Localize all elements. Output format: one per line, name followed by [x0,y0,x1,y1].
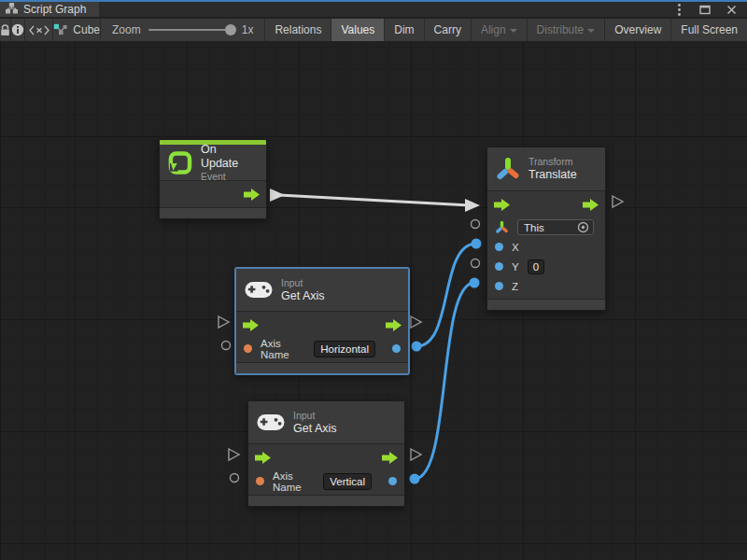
title-bar: Script Graph [0,0,747,17]
flow-input-port[interactable] [243,319,259,331]
transform-icon [496,157,520,181]
transform-port-icon[interactable] [495,220,509,234]
gamepad-icon [257,413,285,431]
graph-toolbar: Cube Zoom 1x Relations Values Dim Carry … [0,19,747,41]
value-port-y[interactable] [495,262,503,271]
value-output-port[interactable] [388,477,397,485]
toolbar-buttons: Relations Values Dim Carry Align Distrib… [264,19,747,41]
node-title: Get Axis [281,289,325,303]
node-category: Input [293,410,337,422]
chevron-down-icon [510,29,517,33]
value-port-axis-name[interactable] [256,477,264,485]
toolbar-button-fullscreen[interactable]: Full Screen [670,19,747,41]
value-in-marker[interactable] [222,342,231,350]
target-object-value: This [524,222,544,233]
node-get-axis-vertical[interactable]: Input Get Axis Axis Name Vertical [247,400,405,507]
node-on-update[interactable]: On Update Event [159,139,267,219]
toolbar-button-overview[interactable]: Overview [604,19,670,41]
flow-in-marker[interactable] [229,449,239,460]
graph-tab-icon [6,1,18,18]
node-footer [236,362,408,373]
node-footer [248,495,404,506]
flow-output-port[interactable] [386,319,402,331]
graph-canvas[interactable]: On Update Event [0,41,747,560]
flow-in-marker[interactable] [218,316,229,328]
value-port-z[interactable] [495,282,503,290]
node-header: Input Get Axis [248,401,404,443]
value-in-marker[interactable] [472,220,480,229]
toolbar-button-relations[interactable]: Relations [264,19,331,41]
axis-name-field[interactable]: Vertical [323,473,372,490]
graph-target-label: Cube [73,23,100,36]
node-footer [160,207,266,218]
value-in-marker[interactable] [472,259,480,268]
node-translate[interactable]: Transform Translate [486,147,606,311]
zoom-level: 1x [242,23,254,36]
toolbar-button-carry[interactable]: Carry [424,19,471,41]
port-label-x: X [512,242,519,253]
lock-button[interactable] [0,19,11,41]
toolbar-button-align[interactable]: Align [471,19,527,41]
param-label: Axis Name [261,338,305,360]
toolbar-button-distribute[interactable]: Distribute [527,19,605,41]
zoom-label: Zoom [112,23,141,36]
window-controls [672,2,747,17]
gamepad-icon [245,281,273,299]
inspect-button[interactable] [11,19,25,41]
code-brackets-icon [29,25,49,35]
flow-out-marker[interactable] [613,196,623,207]
node-category: Transform [529,156,577,168]
close-button[interactable] [725,3,738,16]
flow-out-marker[interactable] [411,316,421,328]
node-header: On Update Event [160,145,266,180]
flow-output-port[interactable] [244,189,260,201]
toolbar-button-dim[interactable]: Dim [384,19,423,41]
info-icon [11,23,24,36]
node-title: On Update [201,143,255,171]
code-view-button[interactable] [25,19,53,41]
node-title: Get Axis [293,422,337,436]
node-title: Translate [529,168,577,182]
port-label-z: Z [512,281,518,292]
graph-target[interactable]: Cube [53,19,101,41]
loop-event-icon [168,150,192,175]
flow-output-port[interactable] [583,199,599,211]
object-picker-icon[interactable] [577,221,589,233]
node-header: Transform Translate [487,147,605,190]
flow-input-port[interactable] [255,452,271,464]
value-port-x[interactable] [495,243,503,251]
window-menu-button[interactable] [672,3,685,16]
script-graph-tab[interactable]: Script Graph [0,2,99,17]
node-header: Input Get Axis [236,269,408,311]
value-in-marker[interactable] [231,474,239,483]
node-graph-icon [53,23,67,36]
y-value-field[interactable]: 0 [528,259,544,274]
axis-name-field[interactable]: Horizontal [314,341,375,357]
zoom-slider[interactable] [148,29,234,31]
node-get-axis-horizontal[interactable]: Input Get Axis Axis Name Horizontal [235,268,409,374]
node-footer [487,299,605,310]
value-wire-horizontal[interactable] [412,239,482,352]
flow-wire[interactable] [270,189,480,212]
chevron-down-icon [587,29,595,33]
flow-out-marker[interactable] [411,449,421,460]
zoom-control: Zoom 1x [101,19,264,41]
param-label: Axis Name [273,470,315,493]
lock-icon [0,24,10,36]
node-category: Input [281,277,325,289]
port-label-y: Y [512,261,519,273]
flow-output-port[interactable] [382,452,398,464]
node-subtitle: Event [201,171,255,183]
target-object-field[interactable]: This [517,219,594,235]
tab-title: Script Graph [23,3,86,16]
zoom-slider-handle[interactable] [225,24,236,35]
toolbar-button-values[interactable]: Values [331,19,384,41]
script-graph-window: Script Graph [0,0,747,560]
value-port-axis-name[interactable] [244,344,252,353]
maximize-button[interactable] [698,3,712,16]
flow-input-port[interactable] [494,199,510,211]
value-output-port[interactable] [392,344,401,353]
